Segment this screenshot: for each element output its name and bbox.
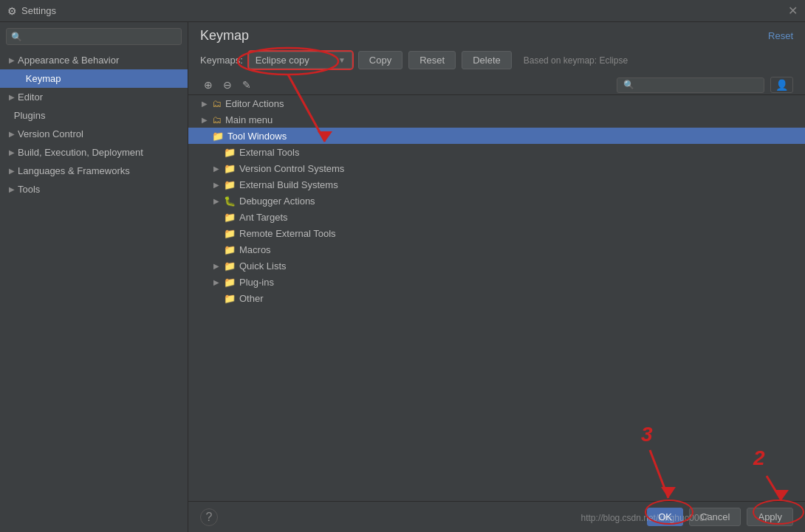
- sidebar-item-label: Tools: [18, 184, 179, 195]
- tree-item-label: Debugger Actions: [239, 196, 315, 207]
- collapse-all-button[interactable]: ⊖: [219, 77, 236, 93]
- expand-arrow: ▶: [200, 100, 209, 108]
- folder-icon: 📁: [224, 163, 236, 174]
- tree-area: ▶ 🗂 Editor Actions ▶ 🗂 Main menu 📁 Tool …: [188, 95, 805, 501]
- keymap-dropdown-value: Eclipse copy: [256, 55, 334, 66]
- sidebar-item-label: Plugins: [14, 110, 179, 121]
- tree-item-label: Other: [239, 293, 264, 304]
- tree-item-remote-external-tools[interactable]: 📁 Remote External Tools: [188, 225, 805, 241]
- title-bar: ⚙ Settings ✕: [0, 0, 805, 22]
- sidebar-item-tools[interactable]: ▶ Tools: [0, 180, 188, 198]
- tree-item-label: Remote External Tools: [239, 228, 336, 239]
- expand-all-button[interactable]: ⊕: [200, 77, 216, 93]
- close-button[interactable]: ✕: [788, 5, 798, 17]
- tree-item-external-tools[interactable]: 📁 External Tools: [188, 144, 805, 160]
- expand-arrow: [212, 229, 221, 238]
- sidebar-item-appearance-behavior[interactable]: ▶ Appearance & Behavior: [0, 51, 188, 69]
- expand-arrow: [9, 111, 11, 120]
- tree-item-label: External Tools: [239, 147, 299, 158]
- folder-icon: 🗂: [212, 98, 222, 109]
- sidebar-item-label: Editor: [18, 91, 179, 103]
- ok-button[interactable]: OK: [647, 508, 683, 526]
- sidebar-item-label: Languages & Frameworks: [18, 165, 179, 176]
- folder-icon: 📁: [224, 293, 236, 304]
- search-icon: 🔍: [11, 32, 22, 42]
- reset-button[interactable]: Reset: [408, 51, 456, 69]
- tree-item-external-build-systems[interactable]: ▶ 📁 External Build Systems: [188, 176, 805, 193]
- help-button[interactable]: ?: [200, 508, 218, 526]
- folder-icon: 🗂: [212, 114, 222, 125]
- tree-item-editor-actions[interactable]: ▶ 🗂 Editor Actions: [188, 95, 805, 111]
- folder-icon: 📁: [224, 228, 236, 239]
- tree-item-plug-ins[interactable]: ▶ 📁 Plug-ins: [188, 274, 805, 290]
- tree-item-macros[interactable]: 📁 Macros: [188, 241, 805, 258]
- folder-icon: 📁: [212, 131, 224, 142]
- keymap-dropdown[interactable]: Eclipse copy ▼: [249, 52, 352, 69]
- tree-item-ant-targets[interactable]: 📁 Ant Targets: [188, 209, 805, 225]
- apply-button[interactable]: Apply: [747, 508, 793, 526]
- expand-arrow: ▶: [212, 165, 221, 173]
- folder-icon: 📁: [224, 244, 236, 255]
- main-layout: 🔍 ▶ Appearance & Behavior Keymap ▶ Edito…: [0, 22, 805, 532]
- based-on-text: Based on keymap: Eclipse: [524, 55, 628, 66]
- folder-icon: 📁: [224, 147, 236, 158]
- sidebar-search[interactable]: 🔍: [6, 28, 182, 45]
- expand-arrow: [212, 246, 221, 254]
- sidebar-item-languages-frameworks[interactable]: ▶ Languages & Frameworks: [0, 162, 188, 180]
- expand-arrow: ▶: [9, 93, 15, 101]
- tree-item-other[interactable]: 📁 Other: [188, 290, 805, 306]
- expand-arrow: [212, 213, 221, 221]
- person-icon-button[interactable]: 👤: [770, 77, 793, 93]
- debug-icon: 🐛: [224, 196, 236, 207]
- keymap-search[interactable]: 🔍: [617, 77, 764, 93]
- expand-arrow: [21, 75, 23, 83]
- sidebar-item-label: Keymap: [26, 73, 179, 84]
- copy-button[interactable]: Copy: [358, 51, 402, 69]
- sidebar-item-label: Version Control: [18, 128, 171, 139]
- tree-item-label: External Build Systems: [239, 179, 338, 190]
- expand-arrow: ▶: [9, 56, 15, 64]
- sidebar-search-input[interactable]: [25, 31, 177, 42]
- keymap-row: Keymaps: Eclipse copy ▼ Copy Reset Delet…: [188, 46, 805, 75]
- cancel-button[interactable]: Cancel: [689, 508, 741, 526]
- sidebar-item-build-execution[interactable]: ▶ Build, Execution, Deployment: [0, 143, 188, 162]
- tree-item-label: Main menu: [225, 114, 273, 125]
- expand-arrow: [212, 148, 221, 156]
- window-title: Settings: [21, 5, 56, 16]
- tree-item-tool-windows[interactable]: 📁 Tool Windows: [188, 128, 805, 144]
- delete-button[interactable]: Delete: [462, 51, 512, 69]
- expand-arrow: ▶: [212, 181, 221, 189]
- tree-item-main-menu[interactable]: ▶ 🗂 Main menu: [188, 111, 805, 128]
- edit-shortcut-button[interactable]: ✎: [239, 77, 255, 93]
- tree-item-label: Tool Windows: [227, 131, 287, 142]
- tree-item-label: Editor Actions: [225, 98, 284, 109]
- search-icon: 🔍: [623, 80, 634, 90]
- sidebar-item-keymap[interactable]: Keymap: [0, 69, 188, 88]
- expand-arrow: [212, 294, 221, 303]
- tree-item-label: Ant Targets: [239, 212, 288, 223]
- tree-item-label: Macros: [239, 244, 271, 255]
- keymaps-label: Keymaps:: [200, 55, 243, 66]
- keymap-header: Keymap Reset: [188, 22, 805, 46]
- expand-arrow: ▶: [9, 130, 15, 138]
- expand-arrow: [200, 132, 209, 140]
- expand-arrow: ▶: [212, 262, 221, 270]
- expand-arrow: ▶: [9, 148, 15, 156]
- sidebar-items: ▶ Appearance & Behavior Keymap ▶ Editor …: [0, 51, 188, 532]
- keymap-title: Keymap: [200, 28, 249, 44]
- keymap-search-input[interactable]: [637, 80, 758, 91]
- tree-item-version-control-systems[interactable]: ▶ 📁 Version Control Systems: [188, 160, 805, 176]
- tree-item-label: Version Control Systems: [239, 163, 344, 174]
- folder-icon: 📁: [224, 260, 236, 272]
- sidebar-item-version-control[interactable]: ▶ Version Control ⚙: [0, 125, 188, 143]
- sidebar-item-editor[interactable]: ▶ Editor: [0, 88, 188, 106]
- content-area: Keymap Reset Keymaps: Eclipse copy ▼ Cop…: [188, 22, 805, 532]
- bottom-bar: ? OK Cancel Apply: [188, 501, 805, 532]
- chevron-down-icon: ▼: [338, 56, 346, 64]
- tree-item-label: Plug-ins: [239, 277, 274, 288]
- tree-item-quick-lists[interactable]: ▶ 📁 Quick Lists: [188, 258, 805, 274]
- reset-link[interactable]: Reset: [768, 30, 793, 41]
- sidebar-item-label: Build, Execution, Deployment: [18, 147, 179, 158]
- tree-item-debugger-actions[interactable]: ▶ 🐛 Debugger Actions: [188, 193, 805, 209]
- sidebar-item-plugins[interactable]: Plugins: [0, 106, 188, 125]
